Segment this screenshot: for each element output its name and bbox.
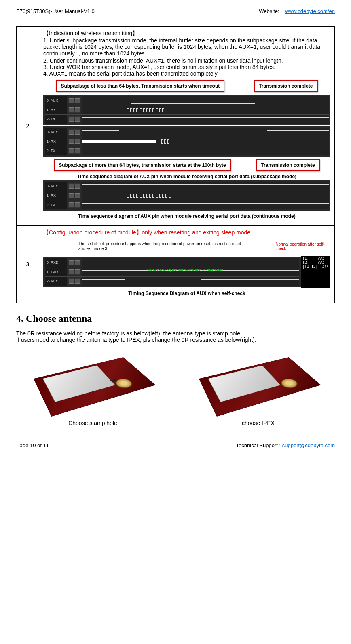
waveform-block-2: 0- AUX 1- RX 2- TX	[43, 126, 330, 157]
wf-label-rx: 1- RX	[45, 105, 67, 114]
wf-label-tx: 2- TX	[45, 115, 67, 124]
wf-label-rx: 1- RX	[45, 191, 67, 200]
row-number: 3	[17, 226, 39, 303]
wf-controls-icon	[68, 260, 80, 265]
antenna-label-left: Choose stamp hole	[36, 420, 150, 426]
wf-controls-icon	[68, 116, 80, 122]
support-email-link[interactable]: support@cdebyte.com	[282, 442, 335, 448]
row-number: 2	[17, 27, 39, 226]
callout-tx-complete-2: Transmission complete	[256, 159, 319, 171]
support-block: Technical Support : support@cdebyte.com	[236, 442, 335, 448]
wf-label-tx: 2- TX	[45, 200, 67, 209]
row2-p4: 4. AUX=1 means the serial port data has …	[43, 70, 330, 77]
wf-controls-icon	[68, 139, 80, 144]
wf-controls-icon	[68, 183, 80, 189]
antenna-label-right: choose IPEX	[202, 420, 315, 426]
wf-controls-icon	[68, 148, 80, 154]
pcb-image-right	[202, 347, 315, 416]
waveform-block-3: 0- AUX 1- RX 2- TX	[43, 180, 330, 211]
doc-title: E70(915T30S)-User Manual-V1.0	[16, 8, 95, 14]
callout-subpackage-gt64: Subpackage of more than 64 bytes, transm…	[54, 159, 230, 171]
row-content: 【Indication of wireless transmitting】 1.…	[39, 27, 335, 226]
wf-label-rx: 1- RX	[45, 137, 67, 146]
wf-label-txd: 1- TXD	[45, 267, 67, 276]
callout-normal-operation: Normal operation after self-check	[272, 240, 330, 253]
row2-p3: 3. Under WOR transmission mode, AUX=1, u…	[43, 64, 330, 70]
callout-subpackage-lt64: Subpackage of less than 64 bytes, Transm…	[56, 80, 224, 92]
diagram-caption-selfcheck: Timing Sequence Diagram of AUX when self…	[43, 290, 330, 296]
antenna-ipex: choose IPEX	[202, 347, 315, 426]
page-header: E70(915T30S)-User Manual-V1.0 Website: w…	[16, 8, 335, 14]
timing-readout: T1: ### T2: ### |T1-T2|: ###	[301, 256, 330, 288]
table-row: 2 【Indication of wireless transmitting】 …	[17, 27, 335, 226]
green-selfcheck-label: Self-checking for hardware and initializ…	[147, 268, 224, 272]
waveform-block-1: 0- AUX 1- RX 2- TX	[43, 95, 330, 125]
section-4-p1: The 0R resistance welding before factory…	[16, 330, 335, 337]
diagram-caption-continuous: Time sequence diagram of AUX pin when mo…	[43, 213, 330, 219]
wf-controls-icon	[68, 107, 80, 113]
wf-label-rxd: 0- RXD	[45, 258, 67, 267]
wf-controls-icon	[68, 269, 80, 275]
wf-label-aux: 0- AUX	[45, 128, 67, 137]
section-4-p2: If users need to change the antenna type…	[16, 337, 335, 343]
pcb-image-left	[36, 347, 150, 416]
wf-controls-icon	[68, 129, 80, 135]
row-content: 【Configuration procedure of module】only …	[39, 226, 335, 303]
antenna-stamp-hole: Choose stamp hole	[36, 347, 150, 426]
content-table: 2 【Indication of wireless transmitting】 …	[16, 26, 335, 303]
antenna-images-row: Choose stamp hole choose IPEX	[16, 347, 335, 426]
website-link[interactable]: www.cdebyte.com/en	[285, 8, 335, 14]
wf-controls-icon	[68, 278, 80, 284]
callout-selfcheck-note: The self-check procedure happens when th…	[76, 240, 247, 253]
website-block: Website: www.cdebyte.com/en	[259, 8, 335, 14]
row2-title: 【Indication of wireless transmitting】	[43, 30, 330, 37]
row2-p1: 1. Under subpackage transmission mode, t…	[43, 37, 330, 57]
wf-label-tx: 2- TX	[45, 146, 67, 155]
callout-tx-complete-1: Transmission complete	[254, 80, 317, 92]
row2-p2: 2. Under continuous transmission mode, A…	[43, 57, 330, 64]
page-footer: Page 10 of 11 Technical Support : suppor…	[16, 442, 335, 448]
wf-label-aux: 0- AUX	[45, 182, 67, 191]
section-4-heading: 4. Choose antenna	[16, 313, 335, 324]
waveform-block-selfcheck: 0- RXD 1- TXD Self-checking for hardware…	[43, 257, 301, 287]
timing-diagram-selfcheck: The self-check procedure happens when th…	[43, 240, 330, 296]
wf-controls-icon	[68, 98, 80, 103]
timing-diagram-subpackage: Subpackage of less than 64 bytes, Transm…	[43, 80, 330, 219]
diagram-caption-subpackage: Time sequence diagram of AUX pin when mo…	[43, 174, 330, 179]
wf-label-aux: 2- AUX	[45, 277, 67, 286]
page-number: Page 10 of 11	[16, 442, 49, 448]
table-row: 3 【Configuration procedure of module】onl…	[17, 226, 335, 303]
wf-label-aux: 0- AUX	[45, 96, 67, 105]
row3-title: 【Configuration procedure of module】only …	[43, 229, 330, 236]
wf-controls-icon	[68, 202, 80, 208]
wf-controls-icon	[68, 193, 80, 198]
